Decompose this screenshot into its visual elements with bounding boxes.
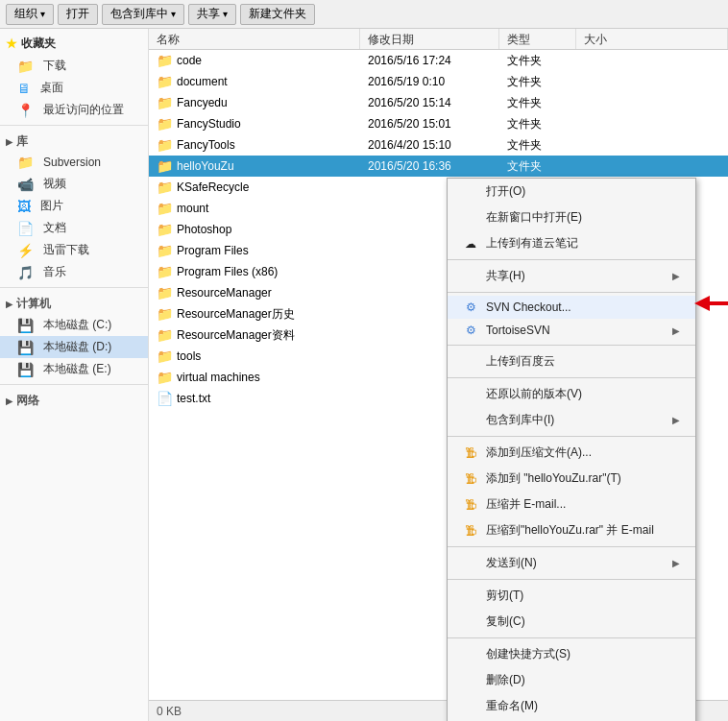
file-size <box>576 80 728 84</box>
video-icon: 📹 <box>17 177 34 192</box>
file-date: 2016/5/20 15:01 <box>360 115 499 132</box>
file-name: tools <box>177 349 201 363</box>
menu-item[interactable]: 上传到百度云 <box>448 348 695 374</box>
sidebar-item-pictures[interactable]: 🖼 图片 <box>0 195 148 217</box>
file-icon: 📁 <box>157 74 173 89</box>
zip-icon: 🗜 <box>463 446 478 460</box>
menu-item-label: 上传到百度云 <box>486 353 555 370</box>
menu-item[interactable]: 发送到(N) <box>448 550 695 576</box>
file-type: 文件夹 <box>499 72 576 92</box>
file-icon: 📁 <box>157 201 173 216</box>
file-type: 文件夹 <box>499 51 576 71</box>
organize-arrow-icon: ▾ <box>40 9 45 19</box>
favorites-group: ★ 收藏夹 📁 下载 🖥 桌面 📍 最近访问的位置 <box>0 33 148 121</box>
file-icon: 📁 <box>157 327 173 343</box>
share-button[interactable]: 共享 ▾ <box>188 4 236 25</box>
file-icon: 📁 <box>157 137 173 153</box>
menu-item[interactable]: 创建快捷方式(S) <box>448 641 695 667</box>
menu-item-label: 复制(C) <box>486 613 525 630</box>
file-name: document <box>177 75 228 88</box>
file-name: ResourceManager <box>177 286 272 300</box>
menu-item[interactable]: ⚙TortoiseSVN <box>448 319 695 342</box>
table-row[interactable]: 📁 FancyStudio 2016/5/20 15:01 文件夹 <box>149 113 728 134</box>
sidebar-item-documents[interactable]: 📄 文档 <box>0 217 148 239</box>
include-library-arrow-icon: ▾ <box>171 9 176 19</box>
menu-item[interactable]: 复制(C) <box>448 609 695 635</box>
computer-group: ▶ 计算机 💾 本地磁盘 (C:) 💾 本地磁盘 (D:) 💾 本地磁盘 (E:… <box>0 292 148 380</box>
sidebar-item-drive-c[interactable]: 💾 本地磁盘 (C:) <box>0 314 148 336</box>
menu-separator <box>448 377 695 378</box>
library-header[interactable]: ▶ 库 <box>0 130 148 152</box>
menu-item-label: SVN Checkout... <box>486 300 571 314</box>
file-date: 2016/5/19 0:10 <box>360 73 499 90</box>
menu-item-label: 压缩到"helloYouZu.rar" 并 E-mail <box>486 522 654 539</box>
file-type: 文件夹 <box>499 156 576 177</box>
divider-1 <box>0 125 148 126</box>
menu-item[interactable]: 🗜添加到 "helloYouZu.rar"(T) <box>448 466 695 492</box>
menu-item-label: 上传到有道云笔记 <box>486 235 578 252</box>
subversion-icon: 📁 <box>17 155 34 170</box>
file-icon: 📁 <box>157 53 173 68</box>
network-header[interactable]: ▶ 网络 <box>0 389 148 411</box>
menu-item[interactable]: ☁上传到有道云笔记 <box>448 230 695 256</box>
sidebar-item-desktop[interactable]: 🖥 桌面 <box>0 77 148 99</box>
file-name: ResourceManager历史 <box>177 306 295 323</box>
menu-item[interactable]: 🗜压缩到"helloYouZu.rar" 并 E-mail <box>448 517 695 543</box>
col-header-date[interactable]: 修改日期 <box>360 29 499 49</box>
menu-item-label: 重命名(M) <box>486 698 538 714</box>
new-folder-button[interactable]: 新建文件夹 <box>240 4 315 25</box>
menu-item[interactable]: 🗜压缩并 E-mail... <box>448 492 695 517</box>
organize-button[interactable]: 组织 ▾ <box>6 4 54 25</box>
sidebar-item-subversion[interactable]: 📁 Subversion <box>0 152 148 173</box>
menu-item[interactable]: 包含到库中(I) <box>448 407 695 433</box>
sidebar-item-recent[interactable]: 📍 最近访问的位置 <box>0 99 148 121</box>
open-button[interactable]: 打开 <box>58 4 98 25</box>
file-name: Program Files <box>177 244 249 257</box>
sidebar-item-thunder[interactable]: ⚡ 迅雷下载 <box>0 239 148 261</box>
file-list-header: 名称 修改日期 类型 大小 <box>149 29 728 50</box>
drive-c-icon: 💾 <box>17 318 34 333</box>
file-name: Fancyedu <box>177 96 228 109</box>
file-name: test.txt <box>177 392 210 405</box>
computer-header[interactable]: ▶ 计算机 <box>0 292 148 314</box>
menu-item[interactable]: ⚙SVN Checkout... <box>448 296 695 319</box>
table-row[interactable]: 📁 document 2016/5/19 0:10 文件夹 <box>149 71 728 92</box>
col-header-type[interactable]: 类型 <box>499 29 576 49</box>
menu-separator <box>448 436 695 437</box>
menu-item[interactable]: 还原以前的版本(V) <box>448 381 695 407</box>
sidebar-item-video[interactable]: 📹 视频 <box>0 173 148 195</box>
file-date: 2016/5/20 16:36 <box>360 157 499 175</box>
file-icon: 📁 <box>157 222 173 237</box>
table-row[interactable]: 📁 helloYouZu 2016/5/20 16:36 文件夹 <box>149 156 728 177</box>
col-header-size[interactable]: 大小 <box>576 29 728 49</box>
toolbar: 组织 ▾ 打开 包含到库中 ▾ 共享 ▾ 新建文件夹 <box>0 0 728 29</box>
file-size <box>576 143 728 147</box>
network-tri-icon: ▶ <box>6 397 12 406</box>
menu-item[interactable]: 在新窗口中打开(E) <box>448 204 695 230</box>
sidebar-item-music[interactable]: 🎵 音乐 <box>0 261 148 283</box>
sidebar-item-drive-d[interactable]: 💾 本地磁盘 (D:) <box>0 336 148 358</box>
menu-item-label: TortoiseSVN <box>486 324 550 337</box>
menu-separator <box>448 292 695 293</box>
sidebar-item-drive-e[interactable]: 💾 本地磁盘 (E:) <box>0 358 148 380</box>
file-icon: 📁 <box>157 243 173 258</box>
content-area: 名称 修改日期 类型 大小 📁 code 2016/5/16 17:24 文件夹 <box>149 29 728 721</box>
file-icon: 📁 <box>157 285 173 300</box>
menu-item[interactable]: 重命名(M) <box>448 693 695 719</box>
sidebar-item-downloads[interactable]: 📁 下载 <box>0 55 148 77</box>
table-row[interactable]: 📁 FancyTools 2016/4/20 15:10 文件夹 <box>149 134 728 156</box>
menu-separator <box>448 345 695 346</box>
include-library-button[interactable]: 包含到库中 ▾ <box>102 4 184 25</box>
favorites-header[interactable]: ★ 收藏夹 <box>0 33 148 55</box>
menu-item[interactable]: 删除(D) <box>448 667 695 693</box>
menu-item[interactable]: 共享(H) <box>448 263 695 289</box>
network-group: ▶ 网络 <box>0 389 148 411</box>
menu-item[interactable]: 剪切(T) <box>448 583 695 609</box>
col-header-name[interactable]: 名称 <box>149 29 360 49</box>
menu-item[interactable]: 🗜添加到压缩文件(A)... <box>448 440 695 466</box>
menu-item-label: 添加到压缩文件(A)... <box>486 445 592 461</box>
tri-icon: ▶ <box>6 137 12 147</box>
menu-item[interactable]: 打开(O) <box>448 179 695 204</box>
table-row[interactable]: 📁 Fancyedu 2016/5/20 15:14 文件夹 <box>149 92 728 113</box>
table-row[interactable]: 📁 code 2016/5/16 17:24 文件夹 <box>149 50 728 71</box>
